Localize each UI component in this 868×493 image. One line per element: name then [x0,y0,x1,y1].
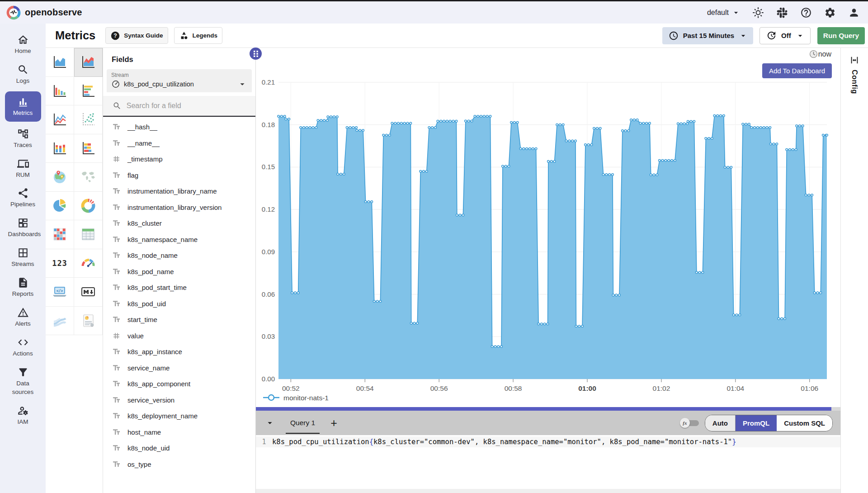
chart-type-heatmap[interactable] [46,220,74,249]
field-row-instrumentation_library_name[interactable]: instrumentation_library_name [103,183,255,199]
chart-type-area-stacked[interactable] [74,48,103,77]
query-editor[interactable]: 1 k8s_pod_cpu_utilization{k8s_cluster="c… [256,435,840,493]
field-row-k8s_pod_name[interactable]: k8s_pod_name [103,264,255,280]
field-row-k8s_deployment_name[interactable]: k8s_deployment_name [103,408,255,424]
time-range-select[interactable]: Past 15 Minutes [662,27,753,44]
config-label: Config [850,70,859,94]
chart-type-line[interactable] [46,105,74,134]
sidebar-item-rum[interactable]: RUM [2,154,44,183]
chart-type-custom-chart[interactable] [74,307,103,336]
field-row-flag[interactable]: flag [103,167,255,184]
stream-select[interactable]: Stream k8s_pod_cpu_utilization [107,69,252,92]
field-row-k8s_node_uid[interactable]: k8s_node_uid [103,440,255,456]
brand[interactable]: openobserve [6,5,82,20]
field-row-host_name[interactable]: host_name [103,424,255,441]
field-row-instrumentation_library_version[interactable]: instrumentation_library_version [103,199,255,216]
field-row-k8s_namespace_name[interactable]: k8s_namespace_name [103,232,255,248]
field-row-value[interactable]: value [103,328,255,344]
chart-type-markdown[interactable] [74,278,103,307]
field-name: k8s_app_instance [127,348,182,356]
sidebar-item-metrics[interactable]: Metrics [5,91,41,122]
horizontal-splitter[interactable] [256,407,840,411]
splitter-handle[interactable] [831,407,840,411]
share-icon [17,187,29,199]
chart-type-table[interactable] [74,220,103,249]
field-row-service_version[interactable]: service_version [103,392,255,408]
chart-type-stacked-bar[interactable] [46,134,74,163]
field-row-k8s_app_instance[interactable]: k8s_app_instance [103,344,255,360]
field-row-__name__[interactable]: __name__ [103,135,255,152]
add-query-button[interactable]: + [330,417,337,429]
sidebar-item-label: Metrics [13,109,33,118]
slack-icon[interactable] [776,7,788,19]
field-row-k8s_app_component[interactable]: k8s_app_component [103,376,255,392]
field-row-os_type[interactable]: os_type [103,456,255,473]
sidebar-item-label: Home [14,47,31,56]
sidebar-item-home[interactable]: Home [2,30,44,59]
sidebar-item-actions[interactable]: Actions [2,332,44,362]
field-row-__hash__[interactable]: __hash__ [103,119,255,135]
chart-type-sankey[interactable] [46,307,74,336]
editor-scrollbar[interactable] [256,489,840,493]
panel-width-icon [849,55,859,65]
run-query-button[interactable]: Run Query [817,27,865,44]
field-row-k8s_pod_start_time[interactable]: k8s_pod_start_time [103,280,255,296]
chart-type-gauge[interactable] [74,249,103,278]
field-name: k8s_app_component [127,380,190,388]
sidebar-item-reports[interactable]: Reports [2,273,44,302]
chart-type-scatter[interactable] [74,105,103,134]
metrics-chart[interactable]: 0.000.030.060.090.120.150.180.2100:5200:… [256,48,840,407]
chart-type-h-stacked-bar[interactable] [74,134,103,163]
field-row-_timestamp[interactable]: _timestamp [103,151,255,167]
chart-type-maps[interactable] [74,163,103,192]
field-row-k8s_node_name[interactable]: k8s_node_name [103,247,255,264]
field-row-service_name[interactable]: service_name [103,360,255,376]
organization-select[interactable]: default [707,8,741,17]
tree-icon [17,128,29,140]
sidebar-item-label: Streams [11,260,34,269]
active-tab-underline [286,433,320,434]
svg-text:monitor-nats-1: monitor-nats-1 [283,394,329,402]
stream-label: Stream [111,72,247,78]
query-mode-auto[interactable]: Auto [705,415,736,431]
field-row-start_time[interactable]: start_time [103,312,255,328]
legends-button[interactable]: Legends [174,27,223,44]
sidebar-item-traces[interactable]: Traces [2,124,44,153]
chart-type-area[interactable] [46,48,74,77]
chart-area: 0.000.030.060.090.120.150.180.2100:5200:… [256,48,840,407]
refresh-interval-select[interactable]: Off [760,27,811,44]
sidebar-item-iam[interactable]: IAM [2,401,44,430]
sidebar-item-dashboards[interactable]: Dashboards [2,213,44,242]
sidebar-item-alerts[interactable]: Alerts [2,303,44,332]
chart-type-h-bar[interactable] [74,77,103,106]
sidebar-item-data-sources[interactable]: Data sources [2,362,44,400]
theme-toggle-icon[interactable] [752,7,764,19]
help-icon[interactable] [800,7,812,19]
account-icon[interactable] [848,7,860,19]
chart-type-metric-text[interactable]: 123 [46,249,74,278]
query-mode-promql[interactable]: PromQL [736,415,777,431]
field-row-k8s_cluster[interactable]: k8s_cluster [103,215,255,232]
syntax-guide-button[interactable]: ? Syntax Guide [105,27,168,44]
panel-drag-handle[interactable] [250,47,262,60]
sidebar-item-logs[interactable]: Logs [2,60,44,89]
field-row-k8s_pod_uid[interactable]: k8s_pod_uid [103,296,255,312]
stream-icon [111,80,120,89]
query-mode-custom-sql[interactable]: Custom SQL [777,415,832,431]
fx-toggle[interactable]: fx [680,418,699,428]
settings-icon[interactable] [824,7,836,19]
sidebar-item-label: RUM [16,171,30,180]
text-type-icon [112,123,121,131]
chart-type-geomap[interactable] [46,163,74,192]
query-tab[interactable]: Query 1 [285,411,321,435]
chart-type-html[interactable]: </> [46,278,74,307]
sidebar-item-streams[interactable]: Streams [2,243,44,272]
chart-type-donut[interactable] [74,192,103,221]
sidebar-item-pipelines[interactable]: Pipelines [2,183,44,213]
add-to-dashboard-button[interactable]: Add To Dashboard [762,63,832,78]
field-search-input[interactable] [127,102,250,110]
chart-type-pie[interactable] [46,192,74,221]
config-panel-tab[interactable]: Config [840,48,868,493]
chart-type-bar[interactable] [46,77,74,106]
collapse-query-icon[interactable] [265,418,275,428]
